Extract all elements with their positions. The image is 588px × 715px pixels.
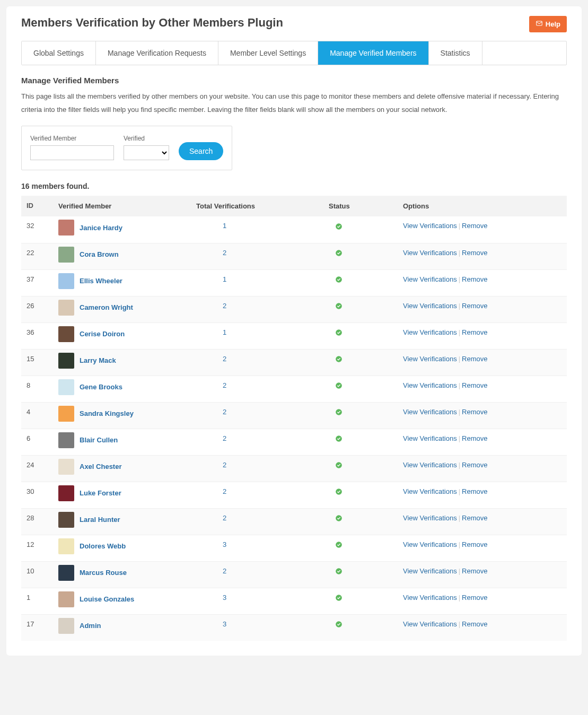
view-verifications-link[interactable]: View Verifications: [403, 381, 457, 389]
total-link[interactable]: 2: [223, 355, 226, 363]
member-link[interactable]: Louise Gonzales: [80, 595, 134, 603]
member-link[interactable]: Ellis Wheeler: [80, 277, 122, 285]
view-verifications-link[interactable]: View Verifications: [403, 302, 457, 310]
check-circle-icon: [335, 461, 343, 469]
tab-statistics[interactable]: Statistics: [429, 41, 482, 65]
view-verifications-link[interactable]: View Verifications: [403, 408, 457, 416]
cell-id: 12: [21, 535, 53, 561]
check-circle-icon: [335, 249, 343, 257]
table-row: 30Luke Forster2View Verifications|Remove: [21, 482, 567, 508]
filter-verified-label: Verified: [124, 135, 169, 142]
avatar: [58, 591, 74, 607]
member-link[interactable]: Janice Hardy: [80, 224, 122, 232]
total-link[interactable]: 2: [223, 249, 226, 257]
total-link[interactable]: 2: [223, 434, 226, 442]
cell-id: 6: [21, 429, 53, 455]
view-verifications-link[interactable]: View Verifications: [403, 514, 457, 522]
tab-global-settings[interactable]: Global Settings: [22, 41, 96, 65]
remove-link[interactable]: Remove: [462, 620, 487, 628]
filter-verified-select[interactable]: [124, 145, 169, 160]
total-link[interactable]: 3: [223, 594, 226, 601]
remove-link[interactable]: Remove: [462, 594, 487, 601]
cell-member: Cora Brown: [53, 243, 191, 269]
total-link[interactable]: 2: [223, 408, 226, 416]
cell-options: View Verifications|Remove: [398, 588, 567, 614]
remove-link[interactable]: Remove: [462, 381, 487, 389]
remove-link[interactable]: Remove: [462, 540, 487, 548]
tab-manage-verification-requests[interactable]: Manage Verification Requests: [96, 41, 218, 65]
view-verifications-link[interactable]: View Verifications: [403, 594, 457, 601]
member-link[interactable]: Sandra Kingsley: [80, 409, 134, 417]
total-link[interactable]: 1: [223, 328, 226, 336]
cell-total: 2: [191, 508, 323, 535]
cell-member: Axel Chester: [53, 455, 191, 482]
member-link[interactable]: Gene Brooks: [80, 383, 122, 391]
total-link[interactable]: 2: [223, 302, 226, 310]
remove-link[interactable]: Remove: [462, 461, 487, 469]
total-link[interactable]: 2: [223, 461, 226, 469]
total-link[interactable]: 2: [223, 487, 226, 495]
check-circle-icon: [335, 408, 343, 416]
view-verifications-link[interactable]: View Verifications: [403, 487, 457, 495]
member-link[interactable]: Cerise Doiron: [80, 330, 125, 338]
member-link[interactable]: Blair Cullen: [80, 436, 118, 444]
filter-member-input[interactable]: [30, 145, 114, 160]
remove-link[interactable]: Remove: [462, 408, 487, 416]
member-link[interactable]: Axel Chester: [80, 463, 121, 470]
cell-status: [323, 296, 398, 322]
view-verifications-link[interactable]: View Verifications: [403, 328, 457, 336]
cell-member: Louise Gonzales: [53, 588, 191, 614]
cell-total: 2: [191, 296, 323, 322]
section-title: Manage Verified Members: [21, 76, 567, 85]
remove-link[interactable]: Remove: [462, 328, 487, 336]
member-link[interactable]: Dolores Webb: [80, 542, 126, 550]
member-link[interactable]: Laral Hunter: [80, 516, 120, 524]
member-link[interactable]: Admin: [80, 622, 101, 630]
total-link[interactable]: 3: [223, 620, 226, 628]
cell-status: [323, 455, 398, 482]
cell-total: 1: [191, 216, 323, 243]
remove-link[interactable]: Remove: [462, 302, 487, 310]
member-link[interactable]: Marcus Rouse: [80, 569, 127, 577]
cell-member: Luke Forster: [53, 482, 191, 508]
check-circle-icon: [335, 568, 343, 575]
total-link[interactable]: 3: [223, 540, 226, 548]
remove-link[interactable]: Remove: [462, 434, 487, 442]
total-link[interactable]: 1: [223, 222, 226, 230]
view-verifications-link[interactable]: View Verifications: [403, 620, 457, 628]
avatar: [58, 406, 74, 422]
cell-id: 28: [21, 508, 53, 535]
total-link[interactable]: 2: [223, 381, 226, 389]
member-link[interactable]: Cora Brown: [80, 250, 119, 258]
member-link[interactable]: Larry Mack: [80, 356, 116, 364]
view-verifications-link[interactable]: View Verifications: [403, 434, 457, 442]
view-verifications-link[interactable]: View Verifications: [403, 222, 457, 230]
total-link[interactable]: 1: [223, 275, 226, 283]
cell-id: 24: [21, 455, 53, 482]
mail-icon: [536, 20, 543, 29]
view-verifications-link[interactable]: View Verifications: [403, 249, 457, 257]
help-button[interactable]: Help: [529, 16, 567, 32]
search-button[interactable]: Search: [179, 142, 223, 160]
cell-member: Larry Mack: [53, 349, 191, 376]
total-link[interactable]: 2: [223, 514, 226, 522]
remove-link[interactable]: Remove: [462, 249, 487, 257]
remove-link[interactable]: Remove: [462, 355, 487, 363]
remove-link[interactable]: Remove: [462, 487, 487, 495]
view-verifications-link[interactable]: View Verifications: [403, 461, 457, 469]
view-verifications-link[interactable]: View Verifications: [403, 567, 457, 575]
avatar: [58, 538, 74, 554]
view-verifications-link[interactable]: View Verifications: [403, 540, 457, 548]
cell-status: [323, 508, 398, 535]
member-link[interactable]: Cameron Wright: [80, 303, 133, 311]
member-link[interactable]: Luke Forster: [80, 489, 121, 497]
tab-manage-verified-members[interactable]: Manage Verified Members: [318, 41, 428, 65]
tab-member-level-settings[interactable]: Member Level Settings: [218, 41, 318, 65]
remove-link[interactable]: Remove: [462, 514, 487, 522]
total-link[interactable]: 2: [223, 567, 226, 575]
view-verifications-link[interactable]: View Verifications: [403, 275, 457, 283]
remove-link[interactable]: Remove: [462, 567, 487, 575]
remove-link[interactable]: Remove: [462, 275, 487, 283]
remove-link[interactable]: Remove: [462, 222, 487, 230]
view-verifications-link[interactable]: View Verifications: [403, 355, 457, 363]
